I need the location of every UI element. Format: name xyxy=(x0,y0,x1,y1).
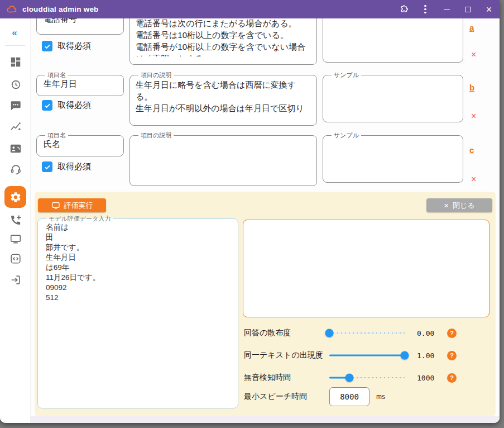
min-speech-input[interactable] xyxy=(329,387,369,406)
maximize-button[interactable] xyxy=(457,0,478,18)
evaluation-panel: 評価実行 × 閉じる モデル評価データ入力 名前は 田 部井です。 生年月日 は… xyxy=(35,192,496,416)
row-remove-icon[interactable]: × xyxy=(471,174,476,184)
help-icon[interactable]: ? xyxy=(447,351,457,360)
item-description-field: 項目の説明 xyxy=(129,132,317,186)
desktop-background: clouddial admin web × « xyxy=(0,0,504,428)
slider-row-dispersion: 回答の散布度 0.00 ? xyxy=(244,325,494,341)
silence-slider[interactable] xyxy=(329,369,405,386)
sample-field: サンプル xyxy=(323,132,463,183)
sidebar-collapse-icon[interactable]: « xyxy=(8,26,21,40)
settings-active-item[interactable] xyxy=(4,186,26,208)
required-row: 取得必須 xyxy=(42,161,91,172)
help-icon[interactable]: ? xyxy=(447,373,457,383)
item-description-field: 項目の説明 生年月日に略号を含む場合は西暦に変換する。 生年月日が不明以外の場合… xyxy=(129,72,317,126)
item-description-input[interactable]: 電話番号は次の行にまたがる場合がある。 電話番号は10桁以上の数字を含でいる。 … xyxy=(136,18,311,56)
item-name-field: 項目名 xyxy=(36,18,124,35)
slider-thumb[interactable] xyxy=(325,329,334,337)
min-speech-row: 最小スピーチ時間 ms xyxy=(244,386,494,407)
app-window: clouddial admin web × « xyxy=(0,0,500,423)
item-description-field: 項目の説明 電話番号は次の行にまたがる場合がある。 電話番号は10桁以上の数字を… xyxy=(129,18,317,65)
item-name-input[interactable] xyxy=(42,18,118,27)
logout-icon[interactable] xyxy=(9,273,22,287)
code-icon[interactable] xyxy=(9,252,22,265)
minimize-button[interactable] xyxy=(436,0,457,18)
item-name-field: 項目名 xyxy=(36,72,124,96)
required-row: 取得必須 xyxy=(42,100,91,111)
add-call-icon[interactable] xyxy=(9,213,22,227)
menu-kebab-icon[interactable] xyxy=(415,0,436,18)
window-title: clouddial admin web xyxy=(22,5,99,13)
sample-input[interactable] xyxy=(329,79,457,113)
app-logo-cloud-icon xyxy=(6,4,17,15)
window-controls: × xyxy=(393,0,500,18)
check-icon xyxy=(44,102,51,110)
history-icon[interactable] xyxy=(9,78,22,91)
model-eval-input-field: モデル評価データ入力 名前は 田 部井です。 生年月日 は69年 11月26日で… xyxy=(37,215,238,408)
close-x-icon: × xyxy=(444,201,449,210)
item-name-input[interactable] xyxy=(42,79,118,92)
required-row: 取得必須 xyxy=(42,41,91,51)
min-speech-unit: ms xyxy=(376,393,385,401)
required-checkbox[interactable] xyxy=(42,161,52,172)
dispersion-slider[interactable] xyxy=(329,325,405,341)
slider-track[interactable] xyxy=(329,332,405,334)
row-link-c[interactable]: c xyxy=(469,145,474,155)
evaluation-result-box xyxy=(243,220,489,317)
help-icon[interactable]: ? xyxy=(447,329,457,338)
sample-label: サンプル xyxy=(332,72,361,79)
content-area: 項目名 取得必須 項目の説明 電話番号は次の行にまたがる場合がある。 電話番号は… xyxy=(31,18,500,423)
slider-label: 同一テキストの出現度 xyxy=(244,350,329,360)
item-name-label: 項目名 xyxy=(45,132,68,139)
model-eval-input-label: モデル評価データ入力 xyxy=(46,215,113,222)
row-remove-icon[interactable]: × xyxy=(471,111,476,121)
contact-card-icon[interactable] xyxy=(9,142,22,155)
required-label: 取得必須 xyxy=(57,161,91,172)
item-description-input[interactable] xyxy=(136,139,311,177)
min-speech-label: 最小スピーチ時間 xyxy=(244,392,329,402)
item-description-label: 項目の説明 xyxy=(138,132,174,139)
required-checkbox[interactable] xyxy=(42,100,52,111)
analytics-trend-icon[interactable] xyxy=(9,121,22,134)
sample-field: サンプル xyxy=(323,72,463,122)
required-label: 取得必須 xyxy=(57,41,91,51)
model-eval-input[interactable]: 名前は 田 部井です。 生年月日 は69年 11月26日です。 09092 51… xyxy=(44,222,232,399)
slider-fill xyxy=(329,355,405,356)
run-evaluation-button[interactable]: 評価実行 xyxy=(38,198,106,212)
dashboard-icon[interactable] xyxy=(9,55,22,69)
extension-puzzle-icon[interactable] xyxy=(393,0,415,18)
sample-input[interactable] xyxy=(329,139,457,173)
headset-support-icon[interactable] xyxy=(9,163,22,176)
close-window-button[interactable]: × xyxy=(478,0,500,18)
chat-icon[interactable] xyxy=(9,99,22,112)
sample-input[interactable] xyxy=(329,18,457,53)
sidebar: « xyxy=(0,18,31,423)
display-monitor-icon[interactable] xyxy=(9,232,22,246)
slider-row-same-text: 同一テキストの出現度 1.00 ? xyxy=(244,347,494,364)
same-text-slider[interactable] xyxy=(329,347,405,364)
required-checkbox[interactable] xyxy=(42,41,52,51)
close-panel-button[interactable]: × 閉じる xyxy=(426,198,492,212)
item-name-label: 項目名 xyxy=(45,72,68,79)
sample-label: サンプル xyxy=(332,132,361,139)
item-description-input[interactable]: 生年月日に略号を含む場合は西暦に変換する。 生年月日が不明以外の場合は年月日で区… xyxy=(136,79,311,116)
item-description-label: 項目の説明 xyxy=(138,72,174,79)
slider-thumb[interactable] xyxy=(345,374,354,382)
slider-value: 0.00 xyxy=(417,329,443,337)
slider-row-silence: 無音検知時間 1000 ? xyxy=(244,369,494,386)
required-label: 取得必須 xyxy=(57,100,91,111)
field-row-birthdate: 項目名 取得必須 項目の説明 生年月日に略号を含む場合は西暦に変換する。 生年月… xyxy=(31,72,500,127)
monitor-icon xyxy=(51,201,60,210)
slider-label: 回答の散布度 xyxy=(244,328,329,338)
slider-thumb[interactable] xyxy=(401,351,409,360)
row-link-b[interactable]: b xyxy=(469,83,474,92)
item-name-input[interactable] xyxy=(42,139,118,153)
bottom-strip xyxy=(31,416,500,423)
slider-value: 1.00 xyxy=(417,351,443,360)
sample-field: サンプル xyxy=(323,18,463,63)
field-row-phone: 項目名 取得必須 項目の説明 電話番号は次の行にまたがる場合がある。 電話番号は… xyxy=(31,18,500,68)
gear-icon xyxy=(9,191,22,203)
item-name-field: 項目名 xyxy=(36,132,124,156)
row-link-a[interactable]: a xyxy=(469,23,474,32)
row-remove-icon[interactable]: × xyxy=(471,50,476,60)
check-icon xyxy=(44,42,51,50)
